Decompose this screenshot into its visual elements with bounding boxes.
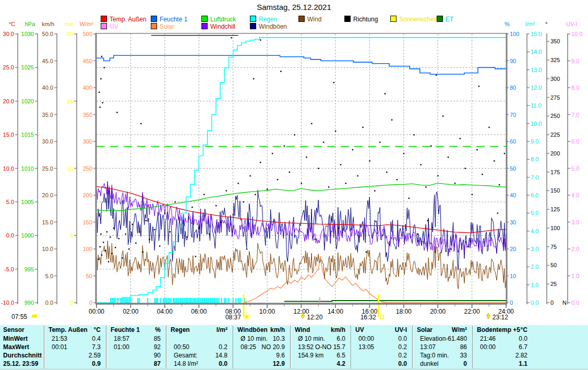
svg-text:50: 50 — [86, 273, 92, 279]
cell-time: 00:00 — [473, 343, 496, 351]
table-cell-solar-durchschnitt: Tag:0 min.33 — [412, 351, 472, 360]
table-row-label: Sensor — [0, 326, 44, 335]
cell-value: 0.0 — [374, 335, 412, 343]
svg-text:4.0: 4.0 — [531, 228, 538, 234]
table-header-regen: Regenl/m² — [166, 326, 233, 335]
x-tick-label: 10:00 — [259, 308, 275, 315]
svg-text:15.0: 15.0 — [42, 219, 53, 225]
cell-value: 0.2 — [189, 343, 233, 351]
svg-text:1025: 1025 — [21, 64, 34, 70]
svg-text:100: 100 — [83, 246, 92, 252]
svg-text:7.0: 7.0 — [531, 174, 538, 181]
svg-text:15: 15 — [67, 98, 73, 104]
cell-value: NO 20.9 — [256, 343, 290, 351]
svg-text:11.0: 11.0 — [531, 102, 542, 109]
table-cell-windb-en-maxwert: 08:25NO 20.9 — [233, 343, 290, 351]
cell-time: 00:01 — [44, 343, 67, 351]
column-unit: % — [155, 326, 166, 334]
table-cell-temp-au-en-25-12-23-59: 0.9 — [44, 360, 106, 368]
table-cell-wind-durchschnitt: 154.9 km6.5 — [290, 351, 351, 360]
table-cell-regen-minwert — [166, 335, 233, 343]
svg-text:35.0: 35.0 — [42, 112, 53, 118]
svg-text:25.0: 25.0 — [42, 165, 53, 172]
table-cell-bodentemp-5-25-12-23-59: 1.1 — [472, 360, 588, 368]
svg-text:9.0: 9.0 — [571, 58, 579, 64]
svg-text:275: 275 — [550, 94, 560, 101]
table-cell-uv-minwert: 00:000.0 — [351, 335, 412, 343]
svg-text:12.0: 12.0 — [531, 85, 542, 91]
svg-text:150: 150 — [550, 187, 560, 194]
cell-time — [106, 360, 114, 368]
cell-value: 0.2 — [358, 351, 412, 360]
svg-text:20: 20 — [67, 31, 73, 37]
column-name: Windböen — [233, 326, 268, 334]
svg-text:325: 325 — [550, 57, 560, 63]
cell-time — [351, 360, 358, 368]
cell-time: 08:25 — [233, 343, 256, 351]
svg-text:175: 175 — [550, 169, 560, 175]
moon-icon — [32, 314, 38, 318]
svg-text:08:37: 08:37 — [225, 314, 241, 321]
column-unit: °C — [94, 326, 106, 334]
cell-value: 92 — [129, 343, 166, 351]
svg-text:5.0: 5.0 — [571, 165, 579, 172]
column-name: Wind — [291, 326, 310, 334]
svg-text:45.0: 45.0 — [42, 58, 53, 64]
cell-time — [351, 351, 358, 360]
table-row-label: MinWert — [0, 335, 44, 343]
cell-time: 00:50 — [166, 343, 189, 351]
table-cell-windb-en-minwert: Ø 10 min.10.3 — [233, 335, 290, 343]
cell-value: 2.82 — [480, 351, 533, 360]
table-header-feuchte-1: Feuchte 1% — [106, 326, 166, 335]
svg-text:20.0: 20.0 — [3, 98, 14, 104]
column-unit: l/m² — [217, 326, 233, 334]
svg-text:0.0: 0.0 — [571, 300, 579, 306]
table-cell-temp-au-en-durchschnitt: 2.59 — [44, 351, 106, 360]
svg-text:°C: °C — [9, 21, 15, 27]
cell-time — [473, 360, 480, 368]
x-tick-label: 20:00 — [430, 308, 446, 315]
svg-text:100: 100 — [550, 225, 560, 231]
svg-text:8.0: 8.0 — [531, 156, 538, 162]
column-name: Temp. Außen — [44, 326, 88, 334]
column-name: Bodentemp +5 — [473, 326, 520, 334]
svg-text:1005: 1005 — [21, 199, 34, 205]
cell-value: 0.0 — [198, 360, 233, 368]
table-cell-regen-maxwert: 00:500.2 — [166, 343, 233, 351]
svg-text:7.0: 7.0 — [571, 112, 579, 118]
cell-value: 0.0 — [358, 360, 412, 368]
svg-text:125: 125 — [550, 206, 560, 212]
svg-text:40: 40 — [510, 192, 516, 198]
table-cell-windb-en-25-12-23-59: 12.9 — [233, 360, 290, 368]
svg-text:0: 0 — [550, 300, 554, 306]
cell-value: 1.1 — [480, 360, 533, 368]
cell-time: 14.8 l/m² — [166, 360, 198, 368]
svg-text:W/m²: W/m² — [80, 21, 94, 27]
cell-time: Elevation — [413, 335, 446, 343]
table-cell-regen-durchschnitt: Gesamt:14.8 — [166, 351, 233, 360]
svg-text:-10.0: -10.0 — [1, 300, 14, 306]
table-cell-solar-maxwert: 13:0786 — [412, 343, 472, 351]
svg-text:995: 995 — [25, 266, 34, 272]
cell-value: 14.8 — [197, 351, 233, 360]
svg-text:%: % — [505, 21, 510, 27]
svg-text:75: 75 — [550, 244, 557, 250]
table-header-solar: SolarW/m² — [412, 326, 472, 335]
cell-value: O-NO 15.7 — [314, 343, 351, 351]
svg-text:N: N — [562, 300, 567, 306]
svg-text:150: 150 — [83, 219, 92, 225]
svg-text:6.0: 6.0 — [531, 192, 538, 198]
column-name: Feuchte 1 — [106, 326, 140, 334]
table-cell-uv-durchschnitt: 0.2 — [351, 351, 412, 360]
column-unit: °C — [521, 326, 533, 334]
svg-text:15.0: 15.0 — [531, 31, 542, 37]
axis-uv-i: UV-I0.01.02.03.04.05.06.07.08.09.010.0 — [566, 21, 582, 306]
table-cell-bodentemp-5-minwert: 21:460.0 — [472, 335, 588, 343]
event-23-12: 23:12 — [486, 313, 508, 321]
svg-text:250: 250 — [83, 165, 92, 172]
svg-text:225: 225 — [550, 132, 560, 138]
table-cell-temp-au-en-maxwert: 00:017.3 — [44, 343, 106, 351]
x-tick-label: 18:00 — [396, 308, 412, 315]
svg-text:3.0: 3.0 — [531, 246, 538, 252]
cell-time: 13:05 — [351, 343, 374, 351]
